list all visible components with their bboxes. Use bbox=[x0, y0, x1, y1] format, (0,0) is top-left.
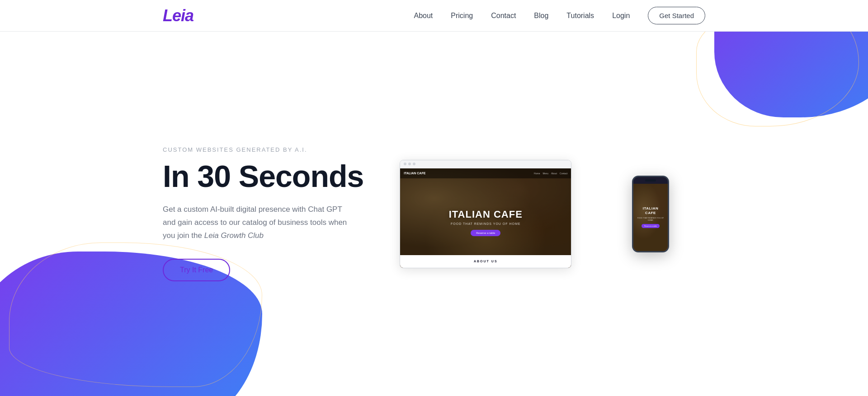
hero-description-italic: Leia Growth Club bbox=[204, 231, 264, 240]
mockup-hero-btn: Reserve a table bbox=[471, 230, 500, 236]
nav-link-contact[interactable]: Contact bbox=[491, 12, 516, 19]
mockup-nav-links: Home Menu About Contact bbox=[534, 172, 567, 175]
hero-mockup: ITALIAN CAFE Home Menu About Contact ITA… bbox=[400, 119, 705, 309]
logo[interactable]: Leia bbox=[163, 6, 193, 25]
mobile-notch bbox=[645, 179, 656, 182]
nav-link-tutorials[interactable]: Tutorials bbox=[566, 12, 594, 19]
nav-link-login[interactable]: Login bbox=[612, 12, 630, 19]
mockup-nav-bar: ITALIAN CAFE Home Menu About Contact bbox=[400, 168, 571, 178]
nav-link-pricing[interactable]: Pricing bbox=[451, 12, 473, 19]
mockup-nav-link-2: Menu bbox=[542, 172, 548, 175]
hero-headline: In 30 Seconds bbox=[163, 160, 363, 192]
mockup-nav-link-3: About bbox=[551, 172, 557, 175]
mockup-nav-link-4: Contact bbox=[560, 172, 567, 175]
mockup-bottom-bar: ABOUT US bbox=[400, 255, 571, 268]
hero-section: CUSTOM WEBSITES GENERATED BY A.I. In 30 … bbox=[0, 32, 868, 396]
desktop-browser-bar bbox=[400, 160, 571, 168]
browser-dot-2 bbox=[408, 163, 411, 165]
hero-description: Get a custom AI-built digital presence w… bbox=[163, 203, 353, 242]
mobile-overlay: ITALIANCAFE FOOD THAT REMINDS YOU OF HOM… bbox=[633, 184, 668, 251]
mockup-nav-logo: ITALIAN CAFE bbox=[404, 172, 425, 175]
nav-link-blog[interactable]: Blog bbox=[534, 12, 548, 19]
browser-dot-1 bbox=[404, 163, 406, 165]
desktop-mockup-content: ITALIAN CAFE Home Menu About Contact ITA… bbox=[400, 168, 571, 268]
desktop-mockup: ITALIAN CAFE Home Menu About Contact ITA… bbox=[400, 160, 571, 268]
mockup-hero-title: ITALIAN CAFE bbox=[449, 209, 523, 220]
mobile-hero-title: ITALIANCAFE bbox=[643, 206, 658, 215]
try-it-free-button[interactable]: Try It Free bbox=[163, 259, 230, 281]
mockup-about-text: ABOUT US bbox=[474, 260, 498, 263]
mobile-mockup: ITALIANCAFE FOOD THAT REMINDS YOU OF HOM… bbox=[632, 176, 669, 252]
desktop-overlay: ITALIAN CAFE Home Menu About Contact ITA… bbox=[400, 168, 571, 268]
mobile-mockup-content: ITALIANCAFE FOOD THAT REMINDS YOU OF HOM… bbox=[633, 184, 668, 251]
nav-links: About Pricing Contact Blog Tutorials Log… bbox=[414, 12, 630, 20]
navbar: Leia About Pricing Contact Blog Tutorial… bbox=[0, 0, 868, 32]
hero-content: CUSTOM WEBSITES GENERATED BY A.I. In 30 … bbox=[163, 146, 363, 281]
get-started-button[interactable]: Get Started bbox=[648, 7, 705, 24]
browser-dot-3 bbox=[413, 163, 415, 165]
mobile-hero-subtitle: FOOD THAT REMINDS YOU OF HOME bbox=[635, 217, 666, 221]
mockup-hero-subtitle: FOOD THAT REMINDS YOU OF HOME bbox=[451, 222, 521, 225]
nav-link-about[interactable]: About bbox=[414, 12, 433, 19]
mobile-hero-btn: Reserve a table bbox=[642, 224, 660, 228]
hero-eyebrow: CUSTOM WEBSITES GENERATED BY A.I. bbox=[163, 146, 363, 153]
mockup-nav-link-1: Home bbox=[534, 172, 540, 175]
